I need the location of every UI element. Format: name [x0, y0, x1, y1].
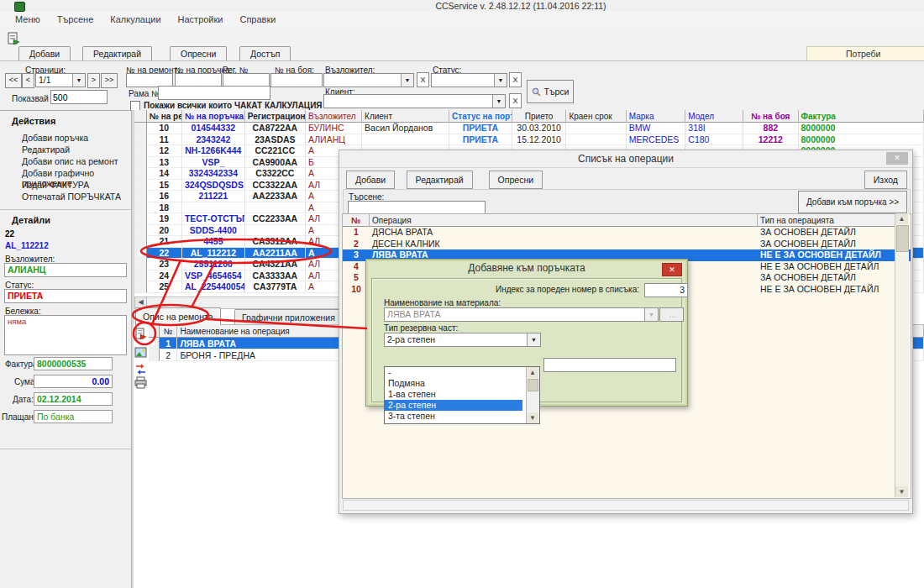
search-button[interactable]: Търси [527, 80, 574, 103]
cell-status: ПРИЕТА [449, 134, 512, 146]
table-row[interactable]: 10014544332CA8722AAБУЛИНСВасил ЙордановП… [134, 123, 924, 134]
dropdown-option[interactable]: - [385, 367, 522, 378]
operations-dialog-title: Списък на операции [339, 150, 912, 168]
add-to-order-button[interactable]: Добави към поръчка >> [798, 191, 907, 213]
cell-operation: ДЕСЕН КАЛНИК [370, 239, 758, 250]
cell-model: C180 [685, 134, 743, 146]
ops-button-Добави[interactable]: Добави [346, 171, 395, 189]
dropdown-scrollbar[interactable]: ▲ ▼ [526, 367, 539, 423]
cell-status: ПРИЕТА [449, 123, 512, 134]
clear-assignor-button[interactable]: X [417, 72, 429, 87]
tab-Графични приложения[interactable]: Графични приложения [234, 309, 343, 325]
transfer-items-icon[interactable] [134, 363, 148, 376]
operations-scrollbar[interactable]: ▲ ▼ [895, 213, 909, 497]
scrollbar-thumb[interactable] [528, 379, 538, 391]
tab-Опресни[interactable]: Опресни [170, 46, 227, 60]
menu-item[interactable]: Меню [7, 14, 49, 24]
action-item[interactable]: Редактирай [22, 144, 70, 155]
tab-user[interactable]: Потреби [806, 46, 924, 61]
pager-prev-button[interactable]: < [22, 73, 34, 88]
cell-order: 2343242 [182, 134, 245, 146]
graphic-attachment-icon[interactable] [134, 346, 148, 360]
action-item[interactable]: Добави поръчка [22, 133, 88, 143]
cell-sel [134, 191, 147, 202]
detail-order-no[interactable]: AL_112212 [5, 241, 49, 250]
scrollbar-thumb[interactable] [896, 225, 909, 252]
show-count-input[interactable] [50, 90, 108, 104]
scroll-down-icon[interactable]: ▼ [895, 486, 908, 497]
tab-Опис на ремонта[interactable]: Опис на ремонта [135, 307, 221, 325]
close-icon[interactable]: ✕ [886, 152, 908, 165]
action-item[interactable]: Отпечатай ПОРЪЧКАТА [22, 192, 121, 202]
dropdown-option[interactable]: 2-ра степен [385, 400, 522, 411]
filter-client-select[interactable]: ▼ [323, 94, 506, 108]
frame-no-label: Рама № [129, 89, 160, 98]
pager-select[interactable]: 1/1 ▼ [35, 73, 86, 87]
clear-client-button[interactable]: X [509, 93, 522, 108]
cell-type: ЗА ОСНОВЕН ДЕТАЙЛ [758, 239, 895, 250]
app-icon [14, 2, 25, 12]
export-operation-icon[interactable] [134, 328, 148, 341]
payment-value: По банка [34, 410, 113, 423]
pager-first-button[interactable]: << [5, 73, 22, 88]
cell-reg: AA2233AA [245, 191, 306, 202]
menu-item[interactable]: Търсене [49, 14, 102, 24]
material-label: Наименование на материала: [384, 298, 501, 307]
close-icon[interactable]: ✕ [662, 263, 682, 276]
search-icon [532, 87, 541, 97]
tab-Редактирай[interactable]: Редактирай [82, 46, 152, 60]
pager-last-button[interactable]: >> [101, 73, 118, 88]
cell-invoice: 8000000 [799, 134, 924, 146]
cell-reg [245, 202, 306, 214]
operation-row[interactable]: 1ДЯСНА ВРАТАЗА ОСНОВЕН ДЕТАЙЛ [343, 227, 911, 239]
pager-next-button[interactable]: > [87, 73, 100, 88]
frame-no-input[interactable] [158, 86, 270, 100]
cell-order: 014544332 [182, 123, 245, 134]
cell-order: 4455 [182, 236, 245, 248]
filter-status-select[interactable]: ▼ [431, 73, 507, 87]
filter-assignor-select[interactable]: ▼ [323, 73, 414, 87]
chevron-down-icon[interactable]: ▼ [72, 74, 85, 87]
browse-materials-button: ... [659, 307, 684, 322]
scroll-up-icon[interactable]: ▲ [527, 367, 538, 378]
cell-model: 318I [685, 123, 743, 134]
chevron-down-icon[interactable]: ▼ [492, 95, 505, 108]
chevron-down-icon[interactable]: ▼ [527, 333, 540, 346]
menu-item[interactable]: Калкулации [102, 14, 169, 24]
print-icon[interactable] [134, 376, 148, 390]
scroll-down-icon[interactable]: ▼ [527, 412, 538, 423]
cell-invoice: 8000000 [799, 123, 924, 134]
ops-button-Опресни[interactable]: Опресни [489, 171, 543, 189]
exit-button[interactable]: Изход [864, 171, 907, 189]
cell-sel [134, 281, 147, 293]
cell-order: VSP_ [182, 157, 245, 169]
menu-item[interactable]: Настройки [170, 14, 232, 24]
export-document-icon[interactable] [7, 32, 20, 45]
cell-sel [134, 202, 147, 214]
chevron-down-icon[interactable]: ▼ [401, 74, 413, 87]
tab-Добави[interactable]: Добави [18, 46, 71, 60]
operation-row[interactable]: 2ДЕСЕН КАЛНИКЗА ОСНОВЕН ДЕТАЙЛ [343, 239, 911, 250]
index-input[interactable]: 3 [644, 283, 688, 297]
tab-Достъп[interactable]: Достъп [239, 46, 291, 60]
cell-order: SDDS-4400 [182, 225, 245, 237]
scroll-up-icon[interactable]: ▲ [895, 213, 908, 224]
filter-paint-no-input[interactable] [270, 73, 323, 87]
part-type-select[interactable]: 2-ра степен ▼ [384, 333, 541, 347]
note-value[interactable]: няма [4, 315, 127, 355]
table-row[interactable]: 11234324223ASDASАЛИАНЦПРИЕТА15.12.2010ME… [134, 134, 924, 146]
cell-no: 10 [147, 123, 182, 134]
chevron-down-icon[interactable]: ▼ [494, 74, 507, 87]
add-extra-input[interactable] [543, 358, 676, 372]
ops-button-Редактирай[interactable]: Редактирай [407, 171, 473, 189]
dropdown-option[interactable]: 1-ва степен [385, 389, 522, 400]
action-item[interactable]: Добави опис на ремонт [22, 156, 118, 166]
cell-client: Васил Йорданов [362, 123, 449, 134]
clear-status-button[interactable]: X [509, 72, 522, 87]
dropdown-option[interactable]: 3-та степен [385, 411, 522, 422]
menu-item[interactable]: Справки [231, 14, 284, 24]
date-label: Дата: [13, 395, 34, 404]
dropdown-option[interactable]: Подмяна [385, 378, 522, 389]
cell-deadline [566, 134, 626, 146]
action-item[interactable]: Издай ФАКТУРА [22, 180, 89, 190]
